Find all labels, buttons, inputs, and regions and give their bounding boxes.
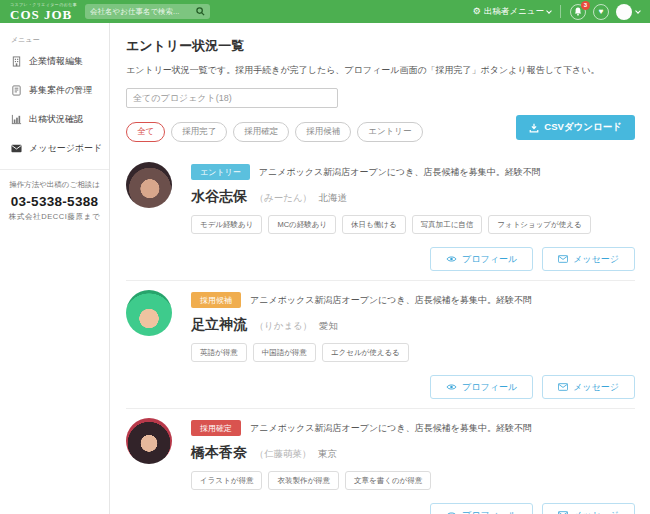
skill-tag: 休日も働ける [342, 215, 406, 234]
message-button[interactable]: メッセージ [542, 375, 635, 399]
csv-download-button[interactable]: CSVダウンロード [516, 115, 635, 140]
document-icon [11, 85, 22, 96]
envelope-icon [558, 383, 568, 391]
profile-button-label: プロフィール [462, 253, 517, 266]
message-button-label: メッセージ [573, 509, 619, 514]
notifications-button[interactable]: 3 [570, 4, 586, 20]
favorites-button[interactable]: ♥ [593, 4, 609, 20]
sidebar-menu-label: メニュー [0, 35, 109, 47]
entry-row: 採用候補 アニメボックス新潟店オープンにつき、店長候補を募集中。経験不問 足立神… [126, 281, 635, 409]
publisher-menu-label: 出稿者メニュー [484, 6, 544, 18]
skill-tag: 衣装製作が得意 [268, 471, 339, 490]
app-header: コスプレ・クリエイターのお仕事 COS JOB ⚙ 出稿者メニュー 3 ♥ [0, 0, 650, 23]
building-icon [11, 56, 22, 67]
sidebar-item-posting-status[interactable]: 出稿状況確認 [0, 105, 109, 134]
bar-chart-icon [11, 114, 22, 125]
skill-tag: イラストが得意 [191, 471, 262, 490]
project-title: アニメボックス新潟店オープンにつき、店長候補を募集中。経験不問 [250, 422, 532, 435]
skill-tag: 文章を書くのが得意 [345, 471, 431, 490]
project-title: アニメボックス新潟店オープンにつき、店長候補を募集中。経験不問 [259, 166, 541, 179]
download-icon [529, 123, 539, 133]
project-title: アニメボックス新潟店オープンにつき、店長候補を募集中。経験不問 [250, 294, 532, 307]
filter-pill-confirmed[interactable]: 採用確定 [233, 122, 289, 142]
entrant-avatar[interactable] [126, 162, 172, 208]
status-badge: エントリー [191, 164, 250, 180]
search-input[interactable] [90, 7, 196, 16]
gear-icon: ⚙ [473, 7, 481, 16]
message-button-label: メッセージ [573, 381, 619, 394]
contact-company: 株式会社DECCI藤原まで [5, 212, 104, 222]
sidebar-divider [0, 169, 109, 170]
page-title: エントリー状況一覧 [126, 37, 635, 55]
csv-download-label: CSVダウンロード [544, 121, 622, 134]
skill-tag-row: イラストが得意 衣装製作が得意 文章を書くのが得意 [191, 471, 635, 490]
skill-tag: フォトショップが使える [488, 215, 590, 234]
sidebar-item-message-board[interactable]: メッセージボード [0, 134, 109, 163]
status-badge: 採用確定 [191, 420, 241, 436]
main-content: エントリー状況一覧 エントリー状況一覧です。採用手続きが完了したら、プロフィール… [111, 23, 650, 514]
skill-tag: MCの経験あり [268, 215, 336, 234]
skill-tag-row: モデル経験あり MCの経験あり 休日も働ける 写真加工に自信 フォトショップが使… [191, 215, 635, 234]
contact-note: 操作方法や出稿のご相談は [5, 180, 104, 190]
profile-button[interactable]: プロフィール [430, 247, 533, 271]
entry-row: エントリー アニメボックス新潟店オープンにつき、店長候補を募集中。経験不問 水谷… [126, 153, 635, 281]
project-filter-select[interactable]: 全てのプロジェクト(18) [126, 88, 338, 108]
message-button-label: メッセージ [573, 253, 619, 266]
logo-tagline: コスプレ・クリエイターのお仕事 [10, 3, 77, 7]
filter-pill-all[interactable]: 全て [126, 122, 165, 142]
profile-button-label: プロフィール [462, 509, 517, 514]
entrant-name[interactable]: 足立神流 [191, 316, 247, 332]
page-description: エントリー状況一覧です。採用手続きが完了したら、プロフィール画面の「採用完了」ボ… [126, 64, 635, 77]
sidebar-contact: 操作方法や出稿のご相談は 03-5338-5388 株式会社DECCI藤原まで [0, 180, 109, 222]
contact-phone: 03-5338-5388 [5, 194, 104, 209]
status-badge: 採用候補 [191, 292, 241, 308]
entry-list: エントリー アニメボックス新潟店オープンにつき、店長候補を募集中。経験不問 水谷… [126, 153, 635, 514]
envelope-icon [558, 255, 568, 263]
search-icon[interactable] [196, 7, 205, 16]
heart-icon: ♥ [599, 7, 604, 16]
filter-pill-entry[interactable]: エントリー [357, 122, 422, 142]
eye-icon [446, 383, 457, 391]
header-search[interactable] [85, 4, 210, 19]
entrant-location: 東京 [318, 448, 337, 459]
account-avatar[interactable] [616, 4, 632, 20]
logo-title: COS JOB [10, 8, 77, 21]
eye-icon [446, 255, 457, 263]
entrant-nickname: （みーたん） [254, 192, 312, 203]
envelope-icon [11, 144, 22, 153]
sidebar: メニュー 企業情報編集 募集案件の管理 出稿状況確認 メッセージボード 操作方法… [0, 23, 110, 514]
status-filter-row: 全て 採用完了 採用確定 採用候補 エントリー CSVダウンロード [126, 118, 635, 145]
skill-tag: エクセルが使えるる [322, 343, 409, 362]
skill-tag: 写真加工に自信 [412, 215, 483, 234]
sidebar-item-label: 出稿状況確認 [29, 113, 83, 126]
entrant-location: 北海道 [319, 192, 348, 203]
notification-count-badge: 3 [581, 1, 590, 10]
entrant-location: 愛知 [319, 320, 338, 331]
entrant-avatar[interactable] [126, 418, 172, 464]
bell-icon [574, 7, 582, 16]
sidebar-item-job-management[interactable]: 募集案件の管理 [0, 76, 109, 105]
app-logo[interactable]: コスプレ・クリエイターのお仕事 COS JOB [10, 3, 77, 21]
filter-pill-candidate[interactable]: 採用候補 [295, 122, 351, 142]
skill-tag: 中国語が得意 [253, 343, 316, 362]
sidebar-item-label: メッセージボード [29, 142, 102, 155]
account-chevron-down-icon[interactable] [635, 8, 641, 14]
profile-button-label: プロフィール [462, 381, 517, 394]
entrant-name[interactable]: 水谷志保 [191, 188, 247, 204]
message-button[interactable]: メッセージ [542, 247, 635, 271]
entry-row: 採用確定 アニメボックス新潟店オープンにつき、店長候補を募集中。経験不問 橋本香… [126, 409, 635, 514]
skill-tag-row: 英語が得意 中国語が得意 エクセルが使えるる [191, 343, 635, 362]
filter-pill-hired[interactable]: 採用完了 [171, 122, 227, 142]
sidebar-item-label: 募集案件の管理 [29, 84, 92, 97]
skill-tag: モデル経験あり [191, 215, 262, 234]
entrant-nickname: （仁藤萌菜） [254, 448, 311, 459]
entrant-name[interactable]: 橋本香奈 [191, 444, 247, 460]
message-button[interactable]: メッセージ [542, 503, 635, 514]
entrant-avatar[interactable] [126, 290, 172, 336]
sidebar-item-company-edit[interactable]: 企業情報編集 [0, 47, 109, 76]
profile-button[interactable]: プロフィール [430, 503, 533, 514]
profile-button[interactable]: プロフィール [430, 375, 533, 399]
publisher-menu-button[interactable]: ⚙ 出稿者メニュー [473, 6, 551, 18]
header-divider [560, 5, 561, 18]
sidebar-item-label: 企業情報編集 [29, 55, 83, 68]
